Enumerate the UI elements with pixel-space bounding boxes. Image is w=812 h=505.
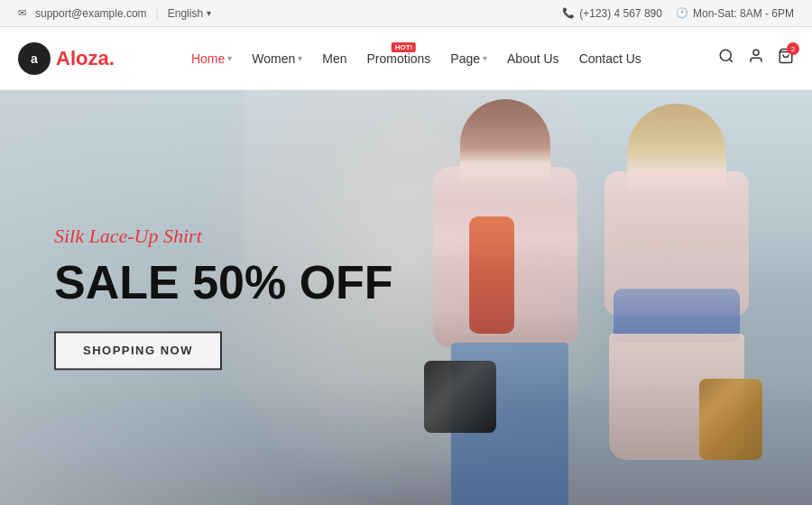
email-text: support@example.com bbox=[35, 7, 147, 20]
handbag-left bbox=[424, 361, 496, 433]
top-bar-left: ✉ support@example.com | English ▾ bbox=[18, 7, 211, 20]
hero-title: SALE 50% OFF bbox=[54, 257, 393, 308]
nav-item-women[interactable]: Women ▾ bbox=[252, 51, 302, 66]
search-button[interactable] bbox=[718, 48, 734, 69]
top-bar: ✉ support@example.com | English ▾ 📞 (+12… bbox=[0, 0, 812, 27]
cart-button[interactable]: 2 bbox=[778, 48, 794, 69]
hero-content: Silk Lace-Up Shirt SALE 50% OFF SHOPPING… bbox=[54, 225, 393, 370]
nav-label-contact: Contact Us bbox=[579, 51, 641, 66]
nav-item-page[interactable]: Page ▾ bbox=[450, 51, 487, 66]
chevron-down-icon: ▾ bbox=[483, 53, 487, 63]
chevron-down-icon: ▾ bbox=[298, 53, 302, 63]
logo[interactable]: a Aloza. bbox=[18, 42, 115, 75]
account-button[interactable] bbox=[748, 48, 764, 69]
phone-icon: 📞 bbox=[562, 7, 575, 19]
hero-subtitle: Silk Lace-Up Shirt bbox=[54, 225, 393, 248]
hours-area: 🕐 Mon-Sat: 8AM - 6PM bbox=[676, 7, 794, 20]
woman-right-area bbox=[586, 90, 767, 505]
language-text: English bbox=[168, 7, 203, 20]
nav-label-women: Women bbox=[252, 51, 295, 66]
cart-count-badge: 2 bbox=[787, 42, 799, 55]
main-nav: Home ▾ Women ▾ Men HOT! Promotions Page … bbox=[191, 51, 641, 66]
nav-item-men[interactable]: Men bbox=[322, 51, 346, 66]
logo-letter: a bbox=[31, 51, 38, 66]
nav-label-about: About Us bbox=[507, 51, 559, 66]
phone-area: 📞 (+123) 4 567 890 bbox=[562, 7, 662, 20]
header-icons: 2 bbox=[718, 48, 794, 69]
chevron-down-icon: ▾ bbox=[227, 53, 232, 63]
logo-icon: a bbox=[18, 42, 51, 75]
hot-badge: HOT! bbox=[392, 42, 417, 52]
phone-number: (+123) 4 567 890 bbox=[579, 7, 662, 20]
woman-left-area bbox=[415, 90, 595, 505]
nav-item-promotions[interactable]: HOT! Promotions bbox=[367, 51, 431, 66]
nav-label-page: Page bbox=[450, 51, 480, 66]
svg-line-1 bbox=[729, 59, 732, 61]
language-selector[interactable]: English ▾ bbox=[168, 7, 211, 20]
nav-item-contact[interactable]: Contact Us bbox=[579, 51, 641, 66]
clock-icon: 🕐 bbox=[676, 7, 688, 19]
woman-left-accent bbox=[469, 216, 514, 334]
mail-icon: ✉ bbox=[18, 7, 26, 19]
chevron-down-icon: ▾ bbox=[207, 8, 211, 18]
divider: | bbox=[156, 7, 159, 20]
handbag-right bbox=[699, 379, 762, 460]
svg-point-2 bbox=[753, 50, 759, 55]
logo-text: Aloza. bbox=[56, 47, 115, 70]
hours-text: Mon-Sat: 8AM - 6PM bbox=[693, 7, 794, 20]
shopping-now-button[interactable]: SHOPPING NOW bbox=[54, 332, 222, 371]
nav-item-about[interactable]: About Us bbox=[507, 51, 559, 66]
svg-point-0 bbox=[720, 50, 731, 60]
nav-label-home: Home bbox=[191, 51, 225, 66]
nav-label-men: Men bbox=[322, 51, 346, 66]
hero-section: Silk Lace-Up Shirt SALE 50% OFF SHOPPING… bbox=[0, 90, 812, 505]
header: a Aloza. Home ▾ Women ▾ Men HOT! Promoti… bbox=[0, 27, 812, 90]
top-bar-right: 📞 (+123) 4 567 890 🕐 Mon-Sat: 8AM - 6PM bbox=[562, 7, 794, 20]
nav-label-promotions: Promotions bbox=[367, 51, 431, 66]
nav-item-home[interactable]: Home ▾ bbox=[191, 51, 232, 66]
